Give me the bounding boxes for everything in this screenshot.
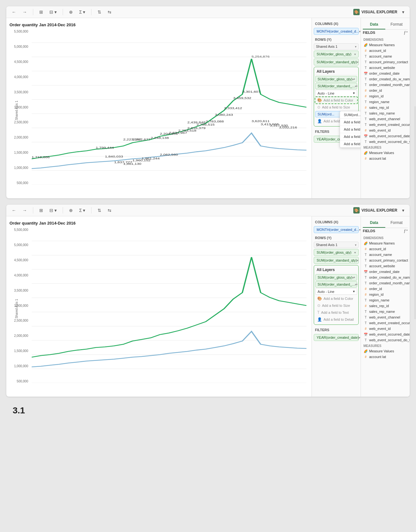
separator-2 <box>63 9 63 15</box>
tooltip-item-text[interactable]: Add a field to Text <box>340 133 361 140</box>
t-icon-11: T <box>363 252 368 257</box>
field-web-occurred-na-2[interactable]: T web_event_created_occurred_na... <box>363 320 408 326</box>
filter-field1-2[interactable]: YEAR(order_created_date) ▾ <box>314 334 359 341</box>
field-web-channel-2[interactable]: T web_event_channel <box>363 314 408 320</box>
layout-button-2[interactable]: ⊟ ▾ <box>48 207 58 213</box>
layer-field1-2[interactable]: SUM(order_gloss_qty) ⇄ <box>315 274 357 281</box>
screenshot-button[interactable]: ⊞ <box>38 9 45 15</box>
fields-fx-icon-2[interactable]: ƒ⁺ <box>404 229 408 233</box>
field-web-occurred-dow[interactable]: T web_event_occurred_do_w_name <box>363 139 408 145</box>
field-account-id[interactable]: # account_id <box>363 48 408 53</box>
svg-text:1,861,130: 1,861,130 <box>123 162 141 165</box>
field-region-name-2[interactable]: T region_name <box>363 297 408 303</box>
field-order-created-date-2[interactable]: 📅 order_created_date <box>363 269 408 275</box>
rows-field1-2[interactable]: SUM(order_gloss_qty) ▾ <box>314 249 359 256</box>
columns-field[interactable]: MONTH(order_created_d... ▾ <box>314 28 359 35</box>
field-order-id[interactable]: # order_id <box>363 88 408 93</box>
add-color-field[interactable]: 🎨 Add a field to Color <box>315 97 357 103</box>
tab-data-1[interactable]: Data <box>363 20 385 29</box>
field-account-lat[interactable]: # account lat <box>363 156 408 161</box>
field-sales-rep-id[interactable]: # sales_rep_id <box>363 105 408 110</box>
field-measure-names[interactable]: 🌈 Measure Names <box>363 42 408 48</box>
field-account-lat-2[interactable]: # account lat <box>363 354 408 360</box>
layer-field2[interactable]: SUM(order_standard_... ⇄ <box>315 83 357 89</box>
fields-fx-icon[interactable]: ƒ⁺ <box>404 30 408 35</box>
t-icon-13: T <box>363 264 368 268</box>
aggregate-button-2[interactable]: Σ ▾ <box>78 207 87 213</box>
field-sales-rep-name[interactable]: T sales_rep_name <box>363 110 408 116</box>
field-region-name[interactable]: T region_name <box>363 99 408 105</box>
field-account-website-2[interactable]: T account_website <box>363 263 408 269</box>
field-sales-rep-name-2[interactable]: T sales_rep_name <box>363 309 408 314</box>
layer-field1[interactable]: SUM(order_gloss_qty) ⇄ <box>315 76 357 82</box>
forward-button-2[interactable]: → <box>21 207 28 213</box>
field-region-id[interactable]: # region_id <box>363 93 408 99</box>
sort-button[interactable]: ⇅ <box>96 9 103 15</box>
field-order-dow-2[interactable]: T order_created_do_w_name <box>363 275 408 280</box>
tooltip-item-sum[interactable]: SUM(ord... <box>340 111 361 119</box>
tab-format-2[interactable]: Format <box>385 218 408 228</box>
add-text-field-2[interactable]: T Add a field to Text <box>315 309 357 316</box>
back-button[interactable]: ← <box>10 9 18 15</box>
field-account-id-2[interactable]: # account_id <box>363 246 408 252</box>
svg-text:2,248,138: 2,248,138 <box>151 136 169 139</box>
ve-tabs-2: Data Format <box>363 218 408 228</box>
field-web-occurred-date[interactable]: 📅 web_event_occurred_date <box>363 133 408 139</box>
chart-type-dropdown-2[interactable]: Auto - Line ▾ <box>315 288 357 295</box>
add-color-field-2[interactable]: 🎨 Add a field to Color <box>315 295 357 302</box>
ve-expand-button[interactable]: ▾ <box>400 9 406 15</box>
field-measure-names-2[interactable]: 🌈 Measure Names <box>363 240 408 246</box>
field-order-month-2[interactable]: T order_created_month_name <box>363 280 408 286</box>
field-order-id-2[interactable]: # order_id <box>363 286 408 292</box>
separator-5 <box>63 207 63 213</box>
rows-field2-value: SUM(order_standard_qty) <box>317 60 357 64</box>
field-web-event-id[interactable]: # web_event_id <box>363 127 408 133</box>
field-web-event-id-2[interactable]: # web_event_id <box>363 326 408 331</box>
rows-field1[interactable]: SUM(order_gloss_qty) ▾ <box>314 51 359 58</box>
tooltip-item-color[interactable]: Add a field to Color <box>340 119 361 126</box>
field-account-website[interactable]: T account_website <box>363 65 408 71</box>
screenshot-button-2[interactable]: ⊞ <box>38 207 45 213</box>
add-size-field-2[interactable]: ⊙ Add a field to Size <box>315 302 357 309</box>
field-sales-rep-id-2[interactable]: # sales_rep_id <box>363 303 408 309</box>
field-measure-values-2[interactable]: 🌈 Measure Values <box>363 348 408 354</box>
tooltip-item-detail[interactable]: Add a field to Detail <box>340 140 361 147</box>
filter-button[interactable]: ⇆ <box>106 9 113 15</box>
field-account-name-2[interactable]: T account_name <box>363 252 408 257</box>
layout-button[interactable]: ⊟ ▾ <box>48 9 58 15</box>
tab-data-2[interactable]: Data <box>363 218 385 228</box>
rows-field2-2[interactable]: SUM(order_standard_qty) ▾ <box>314 257 359 264</box>
add-size-field[interactable]: ⊙ Add a field to Size <box>315 104 357 110</box>
field-order-dow[interactable]: T order_created_do_w_name <box>363 76 408 82</box>
field-account-primary-2[interactable]: T account_primary_contact <box>363 257 408 263</box>
sort-button-2[interactable]: ⇅ <box>96 207 103 213</box>
layer-field2-2[interactable]: SUM(order_standard_... ⇄ <box>315 281 357 288</box>
field-web-channel[interactable]: T web_event_channel <box>363 116 408 122</box>
tab-format-1[interactable]: Format <box>385 20 408 29</box>
field-account-primary[interactable]: T account_primary_contact <box>363 59 408 65</box>
field-order-month[interactable]: T order_created_month_name <box>363 82 408 88</box>
tooltip-item-size[interactable]: Add a field to Size <box>340 126 361 133</box>
color-field-wrapper: 🎨 Add a field to Color <box>315 97 357 103</box>
columns-field-2[interactable]: MONTH(order_created_d... ▾ <box>314 226 359 233</box>
field-account-name[interactable]: T account_name <box>363 53 408 59</box>
field-measure-values[interactable]: 🌈 Measure Values <box>363 150 408 156</box>
field-region-id-2[interactable]: # region_id <box>363 292 408 297</box>
add-button[interactable]: ⊕ <box>67 9 74 15</box>
field-web-occurred-date-2[interactable]: 📅 web_event_occurred_date <box>363 331 408 337</box>
field-order-created-date[interactable]: 📅 order_created_date <box>363 71 408 76</box>
chart-type-dropdown[interactable]: Auto - Line ▾ <box>315 90 357 96</box>
back-button-2[interactable]: ← <box>10 207 18 213</box>
forward-button[interactable]: → <box>21 9 28 15</box>
aggregate-button[interactable]: Σ ▾ <box>78 9 87 15</box>
y-tick: 4,500,000 <box>9 60 28 64</box>
add-button-2[interactable]: ⊕ <box>67 207 74 213</box>
rows-field2[interactable]: SUM(order_standard_qty) ▾ <box>314 59 359 65</box>
columns-field-value: MONTH(order_created_d... <box>317 29 359 33</box>
chart-title-2: Order quantity Jan 2014-Dec 2016 <box>9 221 306 226</box>
field-web-occurred-na[interactable]: T web_event_created_occurred_na... <box>363 122 408 127</box>
add-detail-field-2[interactable]: 👤 Add a field to Detail <box>315 316 357 323</box>
ve-expand-button-2[interactable]: ▾ <box>400 207 406 213</box>
field-web-occurred-dow-2[interactable]: T web_event_occurred_do_w_name <box>363 337 408 343</box>
filter-button-2[interactable]: ⇆ <box>106 207 113 213</box>
